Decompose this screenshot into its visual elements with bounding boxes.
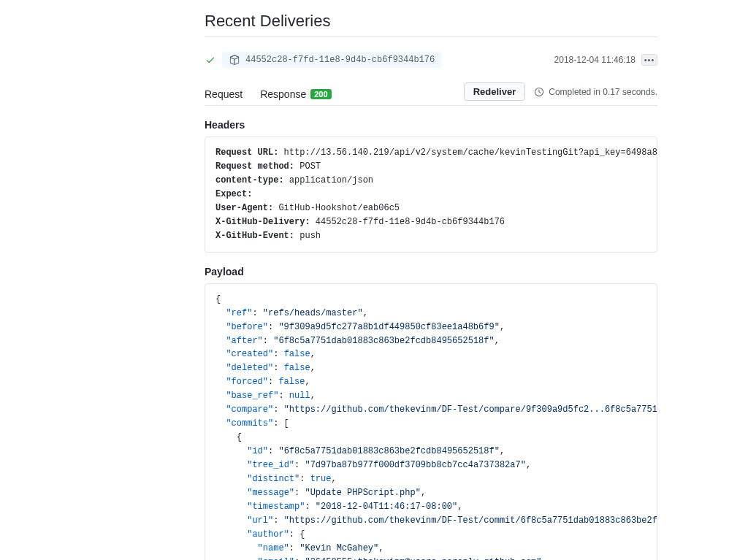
delivery-row: 44552c28-f7fd-11e8-9d4b-cb6f9344b176 201…: [205, 49, 657, 71]
tab-response-label: Response: [260, 88, 306, 100]
delivery-timestamp: 2018-12-04 11:46:18: [554, 55, 636, 65]
payload-block: { "ref": "refs/heads/master", "before": …: [205, 283, 657, 560]
clock-icon: [534, 87, 544, 97]
tab-header: Request Response 200 Redeliver Completed…: [205, 83, 657, 106]
redeliver-button[interactable]: Redeliver: [464, 83, 526, 101]
tab-request[interactable]: Request: [205, 84, 243, 104]
completed-text: Completed in 0.17 seconds.: [549, 87, 657, 97]
package-icon: [229, 55, 240, 65]
tab-response[interactable]: Response 200: [260, 84, 331, 104]
delivery-id: 44552c28-f7fd-11e8-9d4b-cb6f9344b176: [245, 55, 435, 65]
check-icon: [205, 55, 216, 65]
delivery-id-box[interactable]: 44552c28-f7fd-11e8-9d4b-cb6f9344b176: [222, 52, 442, 68]
ellipsis-button[interactable]: •••: [641, 54, 657, 66]
completed-note: Completed in 0.17 seconds.: [534, 87, 657, 97]
headers-heading: Headers: [205, 119, 657, 131]
page-title: Recent Deliveries: [205, 12, 657, 37]
status-badge: 200: [310, 89, 331, 99]
payload-heading: Payload: [205, 266, 657, 277]
headers-block: Request URL: http://13.56.140.219/api/v2…: [205, 137, 657, 253]
